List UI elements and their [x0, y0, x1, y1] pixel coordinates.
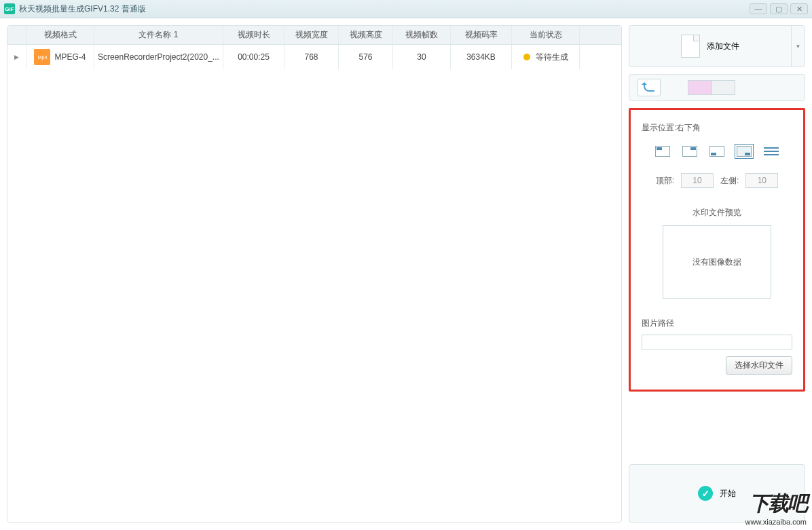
cell-bitrate: 3634KB — [451, 45, 512, 69]
window-controls: — ▢ ✕ — [750, 3, 808, 14]
cell-status-text: 等待生成 — [536, 52, 568, 63]
position-icons — [642, 146, 792, 157]
cell-format-text: MPEG-4 — [54, 52, 86, 62]
preview-label: 水印文件预览 — [642, 207, 792, 219]
window-title: 秋天视频批量生成GIFV1.32 普通版 — [19, 3, 750, 15]
mp4-file-icon: Mp4 — [34, 49, 50, 65]
col-indicator — [7, 26, 26, 44]
add-file-label: 添加文件 — [707, 41, 739, 52]
position-bottom-right-icon[interactable] — [737, 146, 752, 157]
side-panel: 添加文件 ▼ 显示位置:右下角 顶部: — [629, 25, 805, 523]
row-indicator-icon: ▶ — [7, 45, 26, 69]
preview-box: 没有图像数据 — [663, 225, 771, 299]
position-bottom-left-icon[interactable] — [709, 146, 724, 157]
file-icon — [681, 35, 700, 58]
cell-status: 等待生成 — [512, 45, 580, 69]
add-file-button[interactable]: 添加文件 — [629, 25, 791, 67]
col-format[interactable]: 视频格式 — [26, 26, 94, 44]
col-height[interactable]: 视频高度 — [339, 26, 393, 44]
left-offset-label: 左侧: — [720, 175, 739, 187]
image-path-label: 图片路径 — [642, 318, 792, 329]
col-width[interactable]: 视频宽度 — [284, 26, 339, 44]
site-watermark: 下载吧 www.xiazaiba.com — [745, 490, 807, 526]
table-row[interactable]: ▶ Mp4 MPEG-4 ScreenRecorderProject2(2020… — [7, 45, 621, 69]
add-file-box: 添加文件 ▼ — [629, 25, 805, 67]
cell-height: 576 — [339, 45, 393, 69]
col-bitrate[interactable]: 视频码率 — [451, 26, 512, 44]
site-watermark-url: www.xiazaiba.com — [745, 518, 807, 526]
undo-icon — [644, 83, 654, 92]
table-body: ▶ Mp4 MPEG-4 ScreenRecorderProject2(2020… — [7, 45, 621, 522]
col-filename[interactable]: 文件名称 1 — [94, 26, 223, 44]
app-icon: GIF — [4, 3, 15, 14]
add-file-dropdown[interactable]: ▼ — [791, 25, 805, 67]
tool-row — [629, 74, 805, 101]
color-toggle[interactable] — [688, 80, 735, 95]
close-button[interactable]: ✕ — [790, 3, 808, 14]
choose-watermark-button[interactable]: 选择水印文件 — [726, 356, 792, 375]
check-icon: ✓ — [698, 486, 713, 501]
col-status[interactable]: 当前状态 — [512, 26, 580, 44]
table-header: 视频格式 文件名称 1 视频时长 视频宽度 视频高度 视频帧数 视频码率 当前状… — [7, 26, 621, 45]
toggle-right — [712, 81, 735, 94]
offset-row: 顶部: 左侧: — [642, 173, 792, 188]
image-path-input[interactable] — [642, 335, 792, 349]
undo-button[interactable] — [638, 79, 661, 96]
status-dot-icon — [523, 54, 530, 60]
toggle-left — [688, 81, 712, 94]
top-offset-label: 顶部: — [656, 175, 674, 187]
col-duration[interactable]: 视频时长 — [223, 26, 284, 44]
position-label: 显示位置:右下角 — [642, 122, 792, 134]
position-top-left-icon[interactable] — [655, 146, 670, 157]
cell-width: 768 — [284, 45, 339, 69]
cell-fps: 30 — [393, 45, 451, 69]
start-label: 开始 — [720, 488, 736, 499]
maximize-button[interactable]: ▢ — [770, 3, 788, 14]
position-top-right-icon[interactable] — [682, 146, 697, 157]
file-table-panel: 视频格式 文件名称 1 视频时长 视频宽度 视频高度 视频帧数 视频码率 当前状… — [7, 25, 622, 523]
cell-filename: ScreenRecorderProject2(2020_... — [94, 45, 223, 69]
cell-format: Mp4 MPEG-4 — [26, 45, 94, 69]
top-offset-input[interactable] — [681, 173, 714, 188]
position-tile-icon[interactable] — [764, 146, 779, 157]
col-fps[interactable]: 视频帧数 — [393, 26, 451, 44]
watermark-panel: 显示位置:右下角 顶部: 左侧: 水印文件预览 没有图像数据 图片路径 选择水印… — [629, 108, 805, 392]
minimize-button[interactable]: — — [750, 3, 767, 14]
cell-duration: 00:00:25 — [223, 45, 284, 69]
titlebar: GIF 秋天视频批量生成GIFV1.32 普通版 — ▢ ✕ — [0, 0, 812, 18]
site-watermark-text: 下载吧 — [745, 490, 807, 518]
left-offset-input[interactable] — [745, 173, 778, 188]
